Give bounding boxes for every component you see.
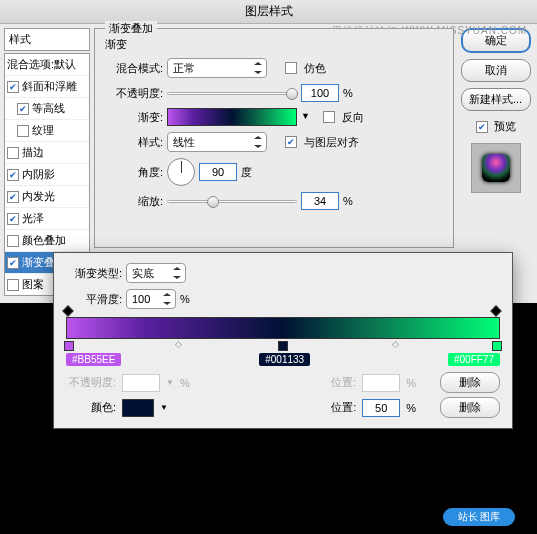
- checkbox-icon[interactable]: [7, 279, 19, 291]
- blend-label: 混合模式:: [105, 61, 163, 76]
- align-label: 与图层对齐: [304, 135, 359, 150]
- panel-title: 渐变叠加: [105, 21, 157, 36]
- cancel-button[interactable]: 取消: [461, 59, 531, 82]
- dither-checkbox[interactable]: [285, 62, 297, 74]
- checkbox-icon[interactable]: [7, 235, 19, 247]
- style-select[interactable]: 线性: [167, 132, 267, 152]
- sidebar-item-innershadow[interactable]: 内阴影: [5, 164, 89, 186]
- angle-label: 角度:: [105, 165, 163, 180]
- sidebar-item-bevel[interactable]: 斜面和浮雕: [5, 76, 89, 98]
- color-tag-1: #001133: [259, 353, 310, 366]
- opacity-stop-label: 不透明度:: [66, 375, 116, 390]
- newstyle-button[interactable]: 新建样式...: [461, 88, 531, 111]
- pct-label: %: [406, 377, 416, 389]
- color-label: 颜色:: [66, 400, 116, 415]
- gradtype-label: 渐变类型:: [66, 266, 122, 281]
- site-badge: 站长 图库: [443, 508, 515, 526]
- sidebar-item-label: 图案: [22, 277, 44, 292]
- position-label: 位置:: [306, 400, 356, 415]
- color-tag-2: #00FF77: [448, 353, 500, 366]
- color-stop-0[interactable]: [64, 341, 74, 351]
- position-label: 位置:: [306, 375, 356, 390]
- sidebar-item-label: 斜面和浮雕: [22, 79, 77, 94]
- checkbox-icon[interactable]: [17, 125, 29, 137]
- position-input-disabled: [362, 374, 400, 392]
- pct-label: %: [180, 293, 190, 305]
- smooth-label: 平滑度:: [66, 292, 122, 307]
- scale-input[interactable]: 34: [301, 192, 339, 210]
- opacity-slider[interactable]: [167, 92, 297, 95]
- sidebar-item-label: 描边: [22, 145, 44, 160]
- checkbox-icon[interactable]: [7, 147, 19, 159]
- color-stop-1[interactable]: [278, 341, 288, 351]
- scale-label: 缩放:: [105, 194, 163, 209]
- sidebar-item-contour[interactable]: 等高线: [5, 98, 89, 120]
- sidebar-item-satin[interactable]: 光泽: [5, 208, 89, 230]
- opacity-stop-left[interactable]: [64, 307, 74, 317]
- blend-mode-select[interactable]: 正常: [167, 58, 267, 78]
- opacity-stop-input: [122, 374, 160, 392]
- style-label: 样式:: [105, 135, 163, 150]
- smooth-input[interactable]: 100: [126, 289, 176, 309]
- reverse-checkbox[interactable]: [323, 111, 335, 123]
- delete-button[interactable]: 删除: [440, 397, 500, 418]
- color-tag-0: #BB55EE: [66, 353, 121, 366]
- scale-slider[interactable]: [167, 200, 297, 203]
- gradient-label: 渐变:: [105, 110, 163, 125]
- angle-input[interactable]: 90: [199, 163, 237, 181]
- sidebar-item-innerglow[interactable]: 内发光: [5, 186, 89, 208]
- sidebar-heading[interactable]: 样式: [4, 28, 90, 51]
- align-checkbox[interactable]: [285, 136, 297, 148]
- gradient-bar[interactable]: ◇ ◇: [66, 317, 500, 339]
- pct-label: %: [343, 87, 353, 99]
- sidebar-item-label: 颜色叠加: [22, 233, 66, 248]
- sidebar-item-texture[interactable]: 纹理: [5, 120, 89, 142]
- sidebar-item-label: 纹理: [32, 123, 54, 138]
- sidebar-item-coloroverlay[interactable]: 颜色叠加: [5, 230, 89, 252]
- dialog-title: 图层样式: [0, 0, 537, 24]
- angle-dial[interactable]: [167, 158, 195, 186]
- gradient-editor-panel: 渐变类型: 实底 平滑度: 100 % ◇ ◇ #BB55EE #001133 …: [53, 252, 513, 429]
- sidebar-item-label: 内阴影: [22, 167, 55, 182]
- checkbox-icon[interactable]: [7, 191, 19, 203]
- position-input[interactable]: 50: [362, 399, 400, 417]
- pct-label: %: [180, 377, 190, 389]
- delete-button[interactable]: 删除: [440, 372, 500, 393]
- color-swatch[interactable]: [122, 399, 154, 417]
- opacity-label: 不透明度:: [105, 86, 163, 101]
- main-panel: 渐变叠加 渐变 混合模式: 正常 仿色 不透明度: 100 % 渐变: 反向: [94, 28, 454, 248]
- pct-label: %: [406, 402, 416, 414]
- sidebar-item-label: 等高线: [32, 101, 65, 116]
- opacity-stop-right[interactable]: [492, 307, 502, 317]
- sidebar-item-label: 光泽: [22, 211, 44, 226]
- sidebar-blend-options[interactable]: 混合选项:默认: [5, 54, 89, 76]
- checkbox-icon[interactable]: [17, 103, 29, 115]
- gradtype-select[interactable]: 实底: [126, 263, 186, 283]
- sidebar-item-stroke[interactable]: 描边: [5, 142, 89, 164]
- checkbox-icon[interactable]: [7, 169, 19, 181]
- dither-label: 仿色: [304, 61, 326, 76]
- preview-checkbox[interactable]: [476, 121, 488, 133]
- checkbox-icon[interactable]: [7, 213, 19, 225]
- opacity-input[interactable]: 100: [301, 84, 339, 102]
- preview-thumbnail: [471, 143, 521, 193]
- pct-label: %: [343, 195, 353, 207]
- midpoint-icon[interactable]: ◇: [175, 339, 182, 349]
- sidebar-item-label: 渐变叠: [22, 255, 55, 270]
- gradient-swatch[interactable]: [167, 108, 297, 126]
- preview-label: 预览: [494, 119, 516, 134]
- color-stop-2[interactable]: [492, 341, 502, 351]
- reverse-label: 反向: [342, 110, 364, 125]
- panel-section: 渐变: [105, 37, 443, 52]
- degree-label: 度: [241, 165, 252, 180]
- checkbox-icon[interactable]: [7, 257, 19, 269]
- checkbox-icon[interactable]: [7, 81, 19, 93]
- sidebar-item-label: 内发光: [22, 189, 55, 204]
- midpoint-icon[interactable]: ◇: [392, 339, 399, 349]
